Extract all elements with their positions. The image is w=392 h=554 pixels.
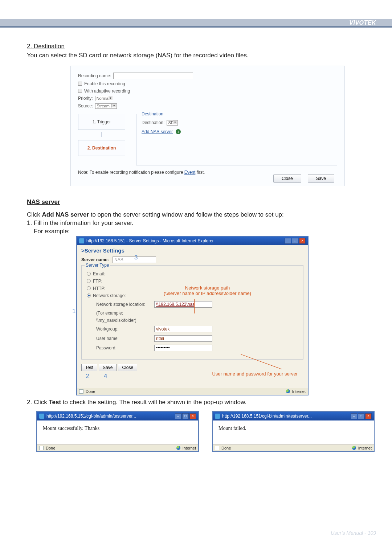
- event-link[interactable]: Event: [184, 170, 196, 175]
- close-icon[interactable]: ×: [189, 413, 196, 419]
- minimize-icon[interactable]: –: [175, 413, 181, 419]
- maximize-icon[interactable]: □: [358, 413, 364, 419]
- minimize-icon[interactable]: –: [285, 238, 291, 244]
- username-input[interactable]: [154, 335, 212, 342]
- status-internet: Internet: [358, 446, 372, 450]
- ns-location-label: Network storage location:: [96, 302, 151, 307]
- ns-example-2: \\my_nas\disk\folder): [96, 318, 298, 323]
- popup-fail: http://192.168.5.151/cgi-bin/admin/tests…: [212, 411, 375, 452]
- adaptive-recording-checkbox[interactable]: [78, 89, 82, 93]
- step1-line: 1. Fill in the information for your serv…: [27, 219, 376, 227]
- ie-status-done: Done: [86, 389, 95, 394]
- maximize-icon[interactable]: □: [292, 238, 298, 244]
- nas-server-heading: NAS server: [27, 198, 376, 206]
- callout-path-1: Network storage path: [185, 285, 230, 291]
- destination-panel: Destination Destination:SD Add NAS serve…: [136, 114, 337, 165]
- priority-label: Priority:: [78, 96, 93, 101]
- destination-legend: Destination: [140, 111, 165, 116]
- enable-recording-label: Enable this recording: [84, 81, 125, 86]
- internet-zone-icon: [352, 446, 356, 450]
- page-footer: User's Manual - 109: [331, 530, 376, 536]
- priority-select[interactable]: Normal: [95, 96, 113, 101]
- opt-email-label: Email:: [93, 271, 105, 276]
- popup-title: http://192.168.5.151/cgi-bin/admin/tests…: [222, 414, 312, 419]
- add-nas-server-link[interactable]: Add NAS server: [142, 129, 173, 134]
- ie-page-icon: [39, 446, 44, 450]
- close-icon[interactable]: ×: [299, 238, 306, 244]
- source-label: Source:: [78, 103, 93, 108]
- opt-http-label: HTTP:: [93, 286, 106, 291]
- opt-ftp-label: FTP:: [93, 279, 102, 284]
- badge-4: 4: [104, 373, 107, 380]
- section-intro: You can select the SD card or network st…: [27, 52, 376, 60]
- enable-recording-checkbox[interactable]: [78, 82, 82, 86]
- screenshot-recording-settings: Recording name: Enable this recording Wi…: [70, 66, 345, 186]
- radio-ftp[interactable]: [87, 279, 91, 283]
- example-line: For example:: [27, 227, 376, 236]
- server-name-label: Server name:: [81, 257, 109, 262]
- ie-server-settings-window: http://192.168.5.151 - Server Settings -…: [76, 236, 309, 395]
- destination-label: Destination:: [142, 120, 164, 125]
- recording-name-label: Recording name:: [78, 73, 111, 78]
- source-select[interactable]: Stream 1: [95, 103, 117, 109]
- maximize-icon[interactable]: □: [182, 413, 189, 419]
- badge-2: 2: [86, 373, 89, 380]
- status-internet: Internet: [183, 446, 196, 450]
- workgroup-input[interactable]: [154, 326, 212, 332]
- server-type-legend: Server Type: [85, 263, 110, 268]
- nas-instruction-line: Click Add NAS server to open the server …: [27, 211, 376, 219]
- ns-location-input[interactable]: [154, 301, 212, 308]
- wizard-step-destination[interactable]: 2. Destination: [78, 140, 125, 156]
- ie-window-title: http://192.168.5.151 - Server Settings -…: [86, 238, 214, 243]
- ie-status-internet: Internet: [292, 389, 306, 394]
- add-icon[interactable]: +: [176, 129, 181, 134]
- password-input[interactable]: [154, 345, 212, 351]
- internet-zone-icon: [176, 446, 180, 450]
- server-type-group: Server Type Email: FTP: HTTP: Network st…: [81, 265, 303, 360]
- server-settings-heading: >Server Settings: [81, 247, 303, 254]
- status-done: Done: [221, 446, 231, 450]
- radio-network-storage[interactable]: [87, 294, 91, 297]
- status-done: Done: [46, 446, 55, 450]
- radio-http[interactable]: [87, 286, 91, 290]
- callout-credentials: User name and password for your server: [212, 371, 298, 377]
- internet-zone-icon: [286, 389, 290, 393]
- username-label: User name:: [96, 336, 151, 341]
- password-label: Password:: [96, 345, 151, 350]
- popup-title: http://192.168.5.151/cgi-bin/admin/tests…: [46, 414, 136, 419]
- test-button[interactable]: Test: [81, 364, 97, 371]
- ie-save-button[interactable]: Save: [99, 364, 117, 371]
- step2-line: 2. Click Test to check the setting. The …: [27, 398, 376, 407]
- badge-1: 1: [72, 308, 75, 315]
- radio-email[interactable]: [87, 272, 91, 276]
- popup-success-text: Mount successfully. Thanks: [37, 420, 198, 444]
- popup-fail-text: Mount failed.: [213, 420, 374, 444]
- badge-3: 3: [134, 254, 138, 261]
- ns-example-1: (For example:: [96, 311, 298, 316]
- ie-logo-icon: [215, 414, 220, 419]
- popup-success: http://192.168.5.151/cgi-bin/admin/tests…: [36, 411, 199, 452]
- wizard-step-trigger[interactable]: 1. Trigger: [78, 114, 125, 130]
- ie-page-icon: [215, 446, 219, 450]
- recording-name-input[interactable]: [113, 73, 193, 79]
- close-icon[interactable]: ×: [365, 413, 372, 419]
- ie-page-icon: [79, 389, 83, 394]
- ie-close-button[interactable]: Close: [118, 364, 137, 371]
- ie-logo-icon: [79, 238, 84, 243]
- ie-logo-icon: [39, 414, 44, 419]
- destination-select[interactable]: SD: [167, 120, 177, 126]
- close-button[interactable]: Close: [273, 174, 301, 183]
- brand-label: VIVOTEK: [349, 20, 376, 26]
- workgroup-label: Workgroup:: [96, 327, 151, 332]
- save-button[interactable]: Save: [308, 174, 334, 183]
- callout-path-2: (\\server name or IP address\folder name…: [164, 291, 251, 296]
- opt-ns-label: Network storage:: [93, 293, 126, 298]
- minimize-icon[interactable]: –: [351, 413, 357, 419]
- adaptive-recording-label: With adaptive recording: [84, 89, 130, 94]
- section-heading-destination: 2. Destination: [27, 43, 376, 50]
